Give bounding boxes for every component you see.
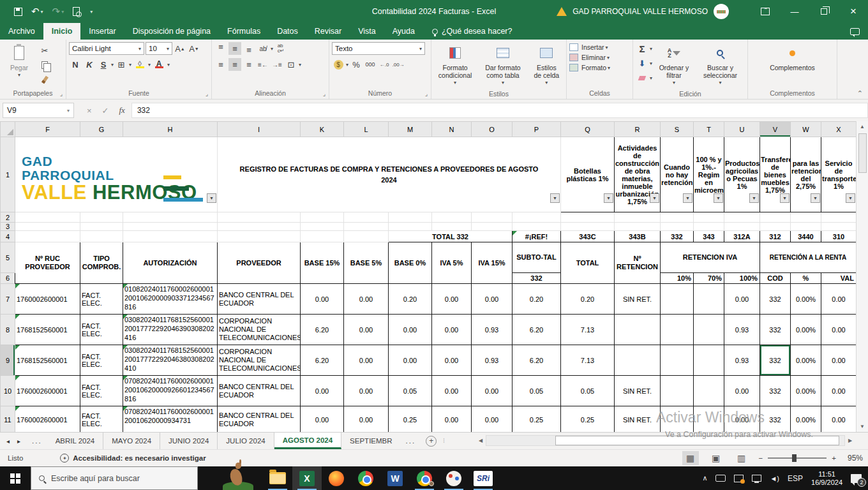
cell[interactable] xyxy=(661,212,694,223)
col-header-O[interactable]: O xyxy=(472,122,513,137)
autosum-icon[interactable]: Σ xyxy=(636,42,648,55)
avatar[interactable] xyxy=(714,4,729,19)
selected-cell-V9[interactable]: 332▼ xyxy=(760,345,791,376)
tab-inicio[interactable]: Inicio xyxy=(43,23,81,40)
taskbar-firefox-icon[interactable] xyxy=(322,466,351,490)
ribbon-display-options-icon[interactable] xyxy=(751,0,780,23)
vertical-scroll-thumb[interactable] xyxy=(858,133,867,173)
cell[interactable]: 1760002600001 xyxy=(15,406,80,433)
tell-me-box[interactable]: ¿Qué desea hacer? xyxy=(423,23,521,40)
zoom-level[interactable]: 95% xyxy=(841,454,863,463)
tab-formulas[interactable]: Fórmulas xyxy=(219,23,269,40)
cell[interactable]: FACT. ELEC. xyxy=(80,315,123,345)
cell[interactable]: 0.00 xyxy=(301,376,344,406)
zoom-slider-handle[interactable] xyxy=(792,454,797,462)
enter-icon[interactable]: ✓ xyxy=(102,106,109,115)
cell[interactable] xyxy=(513,223,561,231)
number-format-select[interactable]: Texto▾ xyxy=(332,42,425,55)
ref-error-cell[interactable]: #¡REF! xyxy=(513,231,561,242)
cell[interactable] xyxy=(301,212,344,223)
row-header-10[interactable]: 10 xyxy=(1,376,15,406)
cell[interactable]: 6.20 xyxy=(301,315,344,345)
cell[interactable]: 0.05 xyxy=(513,376,561,406)
row-header-3[interactable]: 3 xyxy=(1,223,15,231)
minimize-button[interactable]: — xyxy=(780,0,809,23)
bold-button[interactable]: N xyxy=(69,58,82,71)
clock[interactable]: 11:51 16/9/2024 xyxy=(811,470,842,487)
scroll-right-icon[interactable]: ▶ xyxy=(845,438,855,443)
cell[interactable] xyxy=(389,212,432,223)
cell[interactable]: 0.00 xyxy=(432,345,472,376)
cell[interactable]: SIN RET. xyxy=(615,406,661,433)
cell[interactable]: 0.93 xyxy=(472,315,513,345)
cell[interactable] xyxy=(615,223,661,231)
cell[interactable]: FACT. ELEC. xyxy=(80,376,123,406)
decrease-indent-icon[interactable]: ≡← xyxy=(257,58,269,71)
onedrive-sync-icon[interactable] xyxy=(734,475,744,482)
cell[interactable]: SIN RET. xyxy=(615,376,661,406)
clear-icon[interactable] xyxy=(636,71,648,84)
col-header-S[interactable]: S xyxy=(661,122,694,137)
cell[interactable]: 0.00 xyxy=(472,376,513,406)
cell[interactable] xyxy=(15,223,80,231)
cell[interactable]: 0.00 xyxy=(472,406,513,433)
header-productos[interactable]: Productos agricoilas o Pecuas 1%▼ xyxy=(724,137,760,212)
increase-decimal-icon[interactable]: ←.0 xyxy=(378,58,391,71)
row-header-9[interactable]: 9 xyxy=(1,345,15,376)
format-as-table-button[interactable]: Dar formato como tabla▾ xyxy=(479,42,527,89)
conditional-formatting-button[interactable]: Formato condicional▾ xyxy=(434,42,476,89)
tab-ayuda[interactable]: Ayuda xyxy=(384,23,423,40)
cell[interactable]: 0.00% xyxy=(791,345,821,376)
print-preview-icon[interactable] xyxy=(73,7,80,16)
start-button[interactable] xyxy=(0,466,31,490)
cell[interactable]: 0.00 xyxy=(821,406,857,433)
cell[interactable] xyxy=(472,223,513,231)
cell[interactable] xyxy=(218,223,301,231)
cell[interactable] xyxy=(694,212,724,223)
font-name-select[interactable]: Calibri Light▾ xyxy=(69,42,144,55)
accounting-format-icon[interactable]: $ xyxy=(332,58,345,71)
cell[interactable]: 0.00 xyxy=(821,315,857,345)
cell[interactable]: 0.00 xyxy=(432,376,472,406)
clipboard-dialog-launcher-icon[interactable]: ⌟ xyxy=(60,91,63,97)
cell[interactable] xyxy=(218,212,301,223)
cell[interactable]: 0.00% xyxy=(791,406,821,433)
cell[interactable]: 332 xyxy=(760,376,791,406)
cell[interactable] xyxy=(561,223,615,231)
tab-vista[interactable]: Vista xyxy=(350,23,384,40)
cell[interactable]: 6.20 xyxy=(513,315,561,345)
cell[interactable] xyxy=(694,284,724,315)
cell[interactable]: 7.13 xyxy=(561,315,615,345)
cell[interactable]: FACT. ELEC. xyxy=(80,345,123,376)
cell[interactable]: 0.93 xyxy=(724,345,760,376)
taskbar-paint-icon[interactable] xyxy=(439,466,468,490)
decrease-font-icon[interactable]: A▼ xyxy=(188,42,200,55)
italic-button[interactable]: K xyxy=(83,58,96,71)
cell[interactable] xyxy=(472,212,513,223)
comma-style-button[interactable]: 000 xyxy=(364,58,377,71)
touch-keyboard-icon[interactable] xyxy=(715,475,726,482)
sheet-tab-julio[interactable]: JULIO 2024 xyxy=(218,433,274,449)
cell[interactable]: 0308202401176815256000120017772292046390… xyxy=(123,315,218,345)
cell[interactable] xyxy=(724,223,760,231)
zoom-slider[interactable] xyxy=(768,457,827,459)
font-size-select[interactable]: 10▾ xyxy=(146,42,172,55)
cell[interactable]: 0.00 xyxy=(821,376,857,406)
save-icon[interactable] xyxy=(14,8,22,16)
tray-chevron-icon[interactable]: ∧ xyxy=(702,474,707,482)
cell[interactable]: 3440 xyxy=(791,231,821,242)
align-right-icon[interactable]: ≡ xyxy=(243,58,255,71)
cell[interactable] xyxy=(724,212,760,223)
col-header-L[interactable]: L xyxy=(344,122,389,137)
fill-icon[interactable]: ⬇ xyxy=(636,57,648,70)
cell[interactable]: 0.00 xyxy=(724,284,760,315)
cell[interactable] xyxy=(123,231,218,242)
header-iva15[interactable]: IVA 15% xyxy=(472,242,513,284)
cell[interactable] xyxy=(301,223,344,231)
vertical-scrollbar[interactable]: ▲ ▼ xyxy=(856,121,868,432)
cell[interactable] xyxy=(760,223,791,231)
cell[interactable]: 0.05 xyxy=(389,376,432,406)
sort-filter-button[interactable]: AZ Ordenar y filtrar▾ xyxy=(655,42,693,89)
taskbar-sri-icon[interactable]: SRi xyxy=(468,466,498,490)
cell[interactable] xyxy=(694,406,724,433)
